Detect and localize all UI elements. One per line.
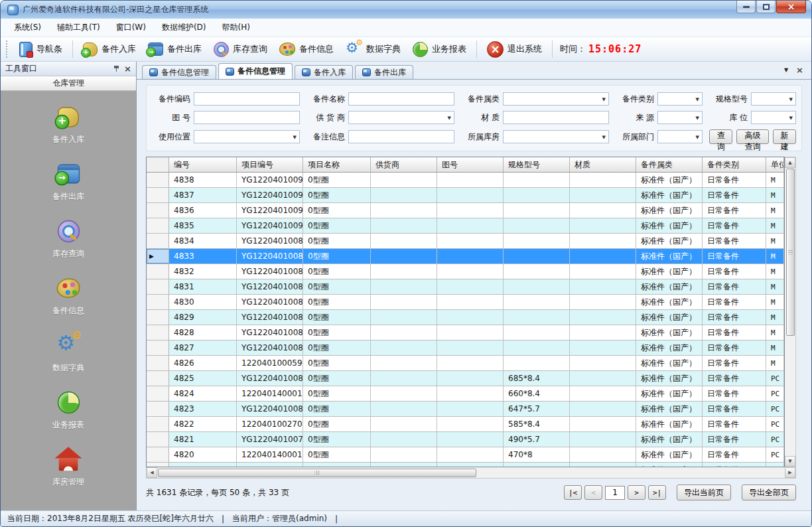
form-dropdown[interactable]: ▼ <box>657 130 703 143</box>
menu-item[interactable]: 辅助工具(T) <box>49 19 108 37</box>
vertical-scrollbar-thumb[interactable] <box>786 169 795 336</box>
cell-drawing_no <box>437 264 504 279</box>
form-dropdown[interactable]: ▼ <box>348 111 454 124</box>
form-dropdown[interactable]: ▼ <box>503 130 609 143</box>
toolbar-button[interactable]: 库存查询 <box>208 40 273 59</box>
menu-item[interactable]: 帮助(H) <box>214 19 258 37</box>
sidebar-item[interactable]: 业务报表 <box>52 390 84 431</box>
row-marker <box>147 188 169 202</box>
toolbar-button[interactable]: 备件入库 <box>78 40 141 58</box>
table-row[interactable]: 4827YG122040100820型圈标准件（国产）日常备件M <box>147 340 784 356</box>
scroll-up-icon[interactable]: ▲ <box>785 157 795 168</box>
form-dropdown[interactable]: ▼ <box>751 92 796 106</box>
advanced-query-button[interactable]: 高级查询 <box>736 129 769 144</box>
table-row[interactable]: 4838YG122040100930型圈标准件（国产）日常备件M <box>147 173 784 188</box>
table-row[interactable]: 4831YG122040100860型圈标准件（国产）日常备件M <box>147 279 784 295</box>
export-all-pages-button[interactable]: 导出全部页 <box>742 485 796 500</box>
table-row[interactable]: 4825YG122040100810型圈685*8.4标准件（国产）日常备件PC <box>147 371 784 386</box>
table-row[interactable]: 4834YG122040100890型圈标准件（国产）日常备件M <box>147 234 784 249</box>
tab-active[interactable]: 备件信息管理 <box>218 63 293 79</box>
table-row[interactable]: 4835YG122040100900型圈标准件（国产）日常备件M <box>147 218 784 234</box>
form-dropdown[interactable]: ▼ <box>657 111 703 124</box>
form-dropdown[interactable]: ▼ <box>194 130 300 143</box>
sidebar-item[interactable]: 备件信息 <box>52 275 84 317</box>
column-header-project_no[interactable]: 项目编号 <box>237 157 303 172</box>
horizontal-scrollbar[interactable]: ◀ ▶ <box>146 467 796 479</box>
table-row[interactable]: 4836YG122040100910型圈标准件（国产）日常备件M <box>147 203 784 218</box>
toolbar-button[interactable]: 导航条 <box>14 40 68 59</box>
form-text-input[interactable] <box>348 92 454 106</box>
column-header-spec[interactable]: 规格型号 <box>504 157 570 172</box>
last-page-button[interactable]: >| <box>648 485 666 500</box>
column-header-id[interactable]: 编号 <box>169 157 237 172</box>
toolbar-button[interactable]: 业务报表 <box>407 40 472 59</box>
horizontal-scrollbar-thumb[interactable] <box>158 469 476 477</box>
pin-icon[interactable] <box>113 65 120 72</box>
next-page-button[interactable]: > <box>628 485 645 500</box>
prev-page-button[interactable]: < <box>584 485 602 500</box>
table-row[interactable]: 4823YG122040100800型圈647*5.7标准件（国产）日常备件PC <box>147 402 784 417</box>
sidebar-item[interactable]: 备件入库 <box>52 104 84 145</box>
cell-drawing_no <box>437 173 504 187</box>
menu-item[interactable]: 系统(S) <box>6 19 49 37</box>
tab-item[interactable]: 备件信息管理 <box>142 65 216 79</box>
table-row[interactable]: 482412204014000120型圈660*8.4标准件（国产）日常备件PC <box>147 386 784 402</box>
form-text-input[interactable] <box>194 92 300 106</box>
column-header-unit[interactable]: 单位 <box>766 157 784 172</box>
table-row[interactable]: 4828YG122040100830型圈标准件（国产）日常备件M <box>147 325 784 340</box>
column-header-type[interactable]: 备件类别 <box>703 157 766 172</box>
scroll-right-icon[interactable]: ▶ <box>785 467 795 478</box>
sidebar-item[interactable]: 数据字典 <box>52 333 84 374</box>
toolbar-button[interactable]: 备件信息 <box>274 40 339 58</box>
column-header-material[interactable]: 材质 <box>570 157 636 172</box>
column-header-drawing_no[interactable]: 图号 <box>437 157 504 172</box>
table-row[interactable]: 4830YG122040100850型圈标准件（国产）日常备件M <box>147 295 784 310</box>
sidebar-item[interactable]: 备件出库 <box>52 161 84 202</box>
menu-item[interactable]: 窗口(W) <box>108 19 154 37</box>
maximize-button[interactable] <box>756 1 776 13</box>
toolbar-button[interactable]: 数据字典 <box>340 39 406 59</box>
minimize-button[interactable] <box>736 1 756 13</box>
form-text-input[interactable] <box>194 111 300 124</box>
first-page-button[interactable]: |< <box>564 485 582 500</box>
toolbar-grip-handle[interactable] <box>6 40 9 58</box>
tab-item[interactable]: 备件出库 <box>355 65 413 79</box>
tab-item[interactable]: 备件入库 <box>295 65 353 79</box>
table-row[interactable]: 0型圈标准件（国产）日常备件 <box>147 463 784 467</box>
toolbar-button[interactable]: 备件出库 <box>143 40 207 58</box>
scroll-down-icon[interactable]: ▼ <box>785 456 795 467</box>
menu-item[interactable]: 数据维护(D) <box>154 19 214 37</box>
form-dropdown[interactable]: ▼ <box>751 111 796 124</box>
toolbar-button[interactable]: 退出系统 <box>482 39 547 60</box>
close-button[interactable]: × <box>776 1 806 13</box>
sidebar-section-header[interactable]: 仓库管理 <box>1 76 136 91</box>
table-row[interactable]: 4837YG122040100920型圈标准件（国产）日常备件M <box>147 188 784 203</box>
export-current-page-button[interactable]: 导出当前页 <box>677 485 731 500</box>
tab-list-chevron-down-icon[interactable]: ▼ <box>784 67 788 73</box>
cell-project_no: YG12204010086 <box>237 279 303 294</box>
form-text-input[interactable] <box>348 130 454 143</box>
table-row[interactable]: 4829YG122040100840型圈标准件（国产）日常备件M <box>147 310 784 325</box>
form-dropdown[interactable]: ▼ <box>503 92 609 106</box>
vertical-scrollbar[interactable]: ▲ ▼ <box>785 157 796 467</box>
sidebar-item[interactable]: 库存查询 <box>52 218 84 260</box>
new-button[interactable]: 新建 <box>773 129 796 144</box>
tool-window-close-icon[interactable]: × <box>124 65 131 72</box>
table-row[interactable]: 482012204014000130型圈470*8标准件（国产）日常备件PC <box>147 447 784 463</box>
form-text-input[interactable] <box>503 111 609 124</box>
table-row[interactable]: ▶4833YG122040100880型圈标准件（国产）日常备件M <box>147 249 784 264</box>
table-row[interactable]: 4821YG122040100790型圈490*5.7标准件（国产）日常备件PC <box>147 432 784 447</box>
table-row[interactable]: 482612204010005990型圈标准件（国产）日常备件M <box>147 356 784 371</box>
sidebar-item[interactable]: 库房管理 <box>52 447 84 488</box>
page-number-input[interactable] <box>605 486 625 500</box>
table-row[interactable]: 4832YG122040100870型圈标准件（国产）日常备件M <box>147 264 784 279</box>
scroll-left-icon[interactable]: ◀ <box>147 467 157 478</box>
column-header-project_name[interactable]: 项目名称 <box>303 157 371 172</box>
form-dropdown[interactable]: ▼ <box>657 92 703 106</box>
tab-close-icon[interactable]: × <box>796 66 803 74</box>
query-button[interactable]: 查询 <box>709 129 732 144</box>
column-header-category[interactable]: 备件属类 <box>636 157 703 172</box>
table-row[interactable]: 482212204010027000型圈585*8.4标准件（国产）日常备件PC <box>147 417 784 432</box>
column-header-supplier[interactable]: 供货商 <box>371 157 437 172</box>
cell-spec: 685*8.4 <box>504 371 570 386</box>
